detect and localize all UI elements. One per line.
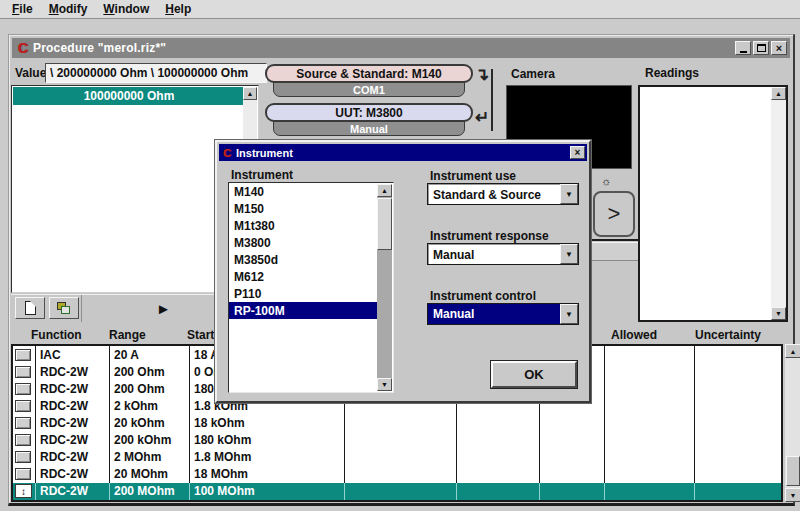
cell-empty[interactable]: [344, 483, 456, 500]
instrument-item[interactable]: M3850d: [229, 251, 378, 268]
row-box[interactable]: [15, 468, 31, 480]
scroll-up-icon[interactable]: ▲: [785, 344, 800, 358]
cell-empty[interactable]: [539, 466, 604, 483]
cell-function[interactable]: RDC-2W: [35, 414, 109, 431]
cell-range[interactable]: 20 kOhm: [109, 414, 189, 431]
menu-window[interactable]: Window: [95, 1, 157, 18]
row-selector[interactable]: [13, 363, 35, 380]
row-box[interactable]: [15, 349, 31, 361]
row-selector[interactable]: [13, 414, 35, 431]
cell-uncertainty[interactable]: [694, 346, 781, 363]
cell-allowed[interactable]: [604, 466, 694, 483]
instrument-item[interactable]: M1t380: [229, 217, 378, 234]
cell-function[interactable]: RDC-2W: [35, 449, 109, 466]
cell-range[interactable]: 200 Ohm: [109, 380, 189, 397]
cell-range[interactable]: 200 Ohm: [109, 363, 189, 380]
instrument-control-combo[interactable]: Manual ▼: [427, 303, 579, 325]
cell-uncertainty[interactable]: [694, 414, 781, 431]
cell-allowed[interactable]: [604, 363, 694, 380]
row-selector[interactable]: ↕: [13, 483, 35, 500]
value-field[interactable]: \ 200000000 Ohm \ 100000000 Ohm: [45, 63, 267, 83]
cell-empty[interactable]: [344, 414, 456, 431]
instrument-item[interactable]: M3800: [229, 234, 378, 251]
dropdown-icon[interactable]: ▼: [560, 304, 578, 324]
scroll-up-icon[interactable]: ▲: [377, 184, 392, 197]
cell-function[interactable]: RDC-2W: [35, 380, 109, 397]
cell-empty[interactable]: [344, 449, 456, 466]
cell-uncertainty[interactable]: [694, 483, 781, 500]
readings-list[interactable]: ▲ ▼: [638, 85, 788, 322]
cell-uncertainty[interactable]: [694, 449, 781, 466]
menu-file[interactable]: File: [4, 1, 41, 18]
cell-empty[interactable]: [456, 432, 539, 449]
cell-uncertainty[interactable]: [694, 380, 781, 397]
row-selector[interactable]: [13, 449, 35, 466]
table-row[interactable]: RDC-2W 200 kOhm 180 kOhm: [13, 432, 781, 449]
cell-allowed[interactable]: [604, 483, 694, 500]
row-selector[interactable]: [13, 346, 35, 363]
cell-empty[interactable]: [539, 414, 604, 431]
cell-allowed[interactable]: [604, 346, 694, 363]
cell-range[interactable]: 20 A: [109, 346, 189, 363]
cell-uncertainty[interactable]: [694, 397, 781, 414]
table-row[interactable]: RDC-2W 2 MOhm 1.8 MOhm: [13, 449, 781, 466]
table-row[interactable]: RDC-2W 20 kOhm 18 kOhm: [13, 414, 781, 431]
instrument-item[interactable]: P110: [229, 285, 378, 302]
row-box[interactable]: [15, 383, 31, 395]
copy-special-button[interactable]: [49, 297, 79, 319]
cell-range[interactable]: 200 kOhm: [109, 432, 189, 449]
scrollbar-thumb[interactable]: [786, 456, 800, 486]
row-box[interactable]: [15, 400, 31, 412]
dialog-close-button[interactable]: ×: [570, 146, 585, 159]
window-titlebar[interactable]: C Procedure "merol.riz*" ×: [12, 38, 790, 58]
dialog-titlebar[interactable]: C Instrument ×: [219, 144, 587, 161]
scroll-down-icon[interactable]: ▼: [785, 488, 800, 502]
cell-empty[interactable]: [456, 414, 539, 431]
scrollbar-thumb[interactable]: [377, 198, 392, 250]
row-selector[interactable]: [13, 432, 35, 449]
cell-empty[interactable]: [344, 466, 456, 483]
cell-start[interactable]: 100 MOhm: [189, 483, 344, 500]
dropdown-icon[interactable]: ▼: [560, 184, 578, 204]
cell-uncertainty[interactable]: [694, 363, 781, 380]
table-row[interactable]: RDC-2W 20 MOhm 18 MOhm: [13, 466, 781, 483]
menu-modify[interactable]: Modify: [41, 1, 96, 18]
cell-start[interactable]: 18 kOhm: [189, 414, 344, 431]
cell-function[interactable]: RDC-2W: [35, 363, 109, 380]
cell-range[interactable]: 20 MOhm: [109, 466, 189, 483]
cell-allowed[interactable]: [604, 397, 694, 414]
cell-function[interactable]: IAC: [35, 346, 109, 363]
instrument-use-combo[interactable]: Standard & Source ▼: [427, 183, 579, 205]
cell-allowed[interactable]: [604, 414, 694, 431]
cell-range[interactable]: 200 MOhm: [109, 483, 189, 500]
instrument-list[interactable]: M140 M150 M1t380 M3800 M3850d M612 P110 …: [228, 182, 394, 393]
row-selector[interactable]: [13, 397, 35, 414]
maximize-button[interactable]: [753, 41, 769, 55]
menu-help[interactable]: Help: [157, 1, 199, 18]
value-list-selected-item[interactable]: 100000000 Ohm: [13, 87, 245, 105]
instrument-item[interactable]: M150: [229, 200, 378, 217]
cell-empty[interactable]: [539, 449, 604, 466]
cell-empty[interactable]: [456, 449, 539, 466]
cell-function[interactable]: RDC-2W: [35, 397, 109, 414]
scroll-up-icon[interactable]: ▲: [771, 87, 786, 100]
cell-empty[interactable]: [539, 432, 604, 449]
scroll-down-icon[interactable]: ▼: [771, 307, 786, 320]
cell-allowed[interactable]: [604, 432, 694, 449]
source-standard-button[interactable]: Source & Standard: M140: [265, 64, 473, 83]
scroll-up-icon[interactable]: ▲: [243, 87, 257, 100]
cell-empty[interactable]: [456, 466, 539, 483]
cell-function[interactable]: RDC-2W: [35, 483, 109, 500]
cell-allowed[interactable]: [604, 380, 694, 397]
row-box[interactable]: [15, 434, 31, 446]
instrument-list-scrollbar[interactable]: ▲ ▼: [377, 184, 392, 391]
cell-empty[interactable]: [539, 483, 604, 500]
cell-start[interactable]: 18 MOhm: [189, 466, 344, 483]
row-selector[interactable]: [13, 380, 35, 397]
cell-uncertainty[interactable]: [694, 466, 781, 483]
row-selector[interactable]: [13, 466, 35, 483]
close-button[interactable]: ×: [771, 41, 787, 55]
cell-function[interactable]: RDC-2W: [35, 466, 109, 483]
row-box[interactable]: [15, 451, 31, 463]
dropdown-icon[interactable]: ▼: [560, 244, 578, 264]
